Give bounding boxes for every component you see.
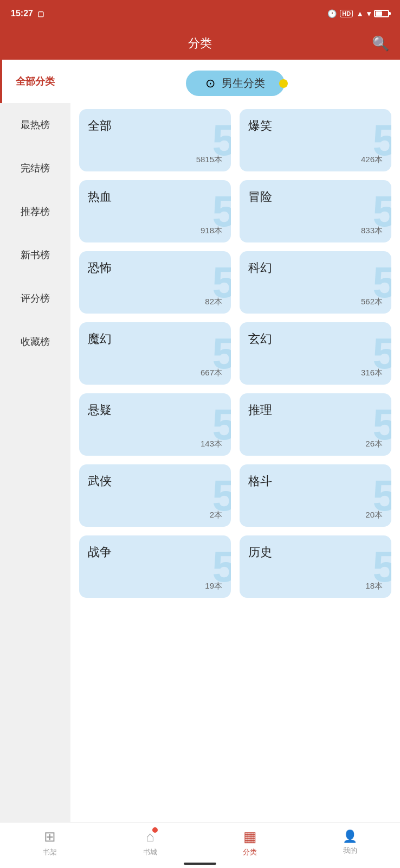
sidebar-item-score[interactable]: 评分榜 — [0, 277, 70, 320]
nav-me[interactable]: 👤 我的 — [300, 829, 401, 856]
wifi-icon: ▾ — [367, 9, 371, 18]
bookshelf-icon: ⊞ — [44, 828, 56, 845]
nav-store[interactable]: ⌂ 书城 — [100, 828, 201, 857]
battery-icon — [374, 10, 389, 17]
category-card-12[interactable]: 战争 19本 5 — [79, 535, 231, 598]
status-time: 15:27 — [11, 9, 33, 18]
category-name: 推理 — [248, 402, 383, 418]
signal-icon: ▲ — [356, 9, 364, 18]
category-card-0[interactable]: 全部 5815本 5 — [79, 109, 231, 171]
nav-category[interactable]: ▦ 分类 — [200, 828, 300, 857]
category-card-10[interactable]: 武侠 2本 5 — [79, 464, 231, 527]
nav-bookshelf[interactable]: ⊞ 书架 — [0, 828, 100, 857]
category-name: 格斗 — [248, 473, 383, 489]
category-count: 426本 — [248, 155, 383, 165]
male-icon: ⊙ — [205, 76, 215, 91]
category-count: 918本 — [88, 226, 222, 236]
category-card-5[interactable]: 科幻 562本 5 — [240, 251, 391, 314]
page-title: 分类 — [188, 35, 212, 52]
header: 分类 🔍 — [0, 27, 400, 60]
category-name: 玄幻 — [248, 331, 383, 347]
category-name: 恐怖 — [88, 260, 222, 276]
category-card-6[interactable]: 魔幻 667本 5 — [79, 322, 231, 385]
sidebar-item-collect[interactable]: 收藏榜 — [0, 320, 70, 363]
gender-dot — [279, 79, 288, 88]
me-icon: 👤 — [343, 829, 357, 844]
screen-icon: ▢ — [37, 10, 44, 18]
category-name: 武侠 — [88, 473, 222, 489]
category-count: 82本 — [88, 297, 222, 307]
sidebar-label-collect: 收藏榜 — [21, 335, 50, 348]
category-count: 19本 — [88, 581, 222, 591]
category-name: 冒险 — [248, 189, 383, 205]
category-count: 18本 — [248, 581, 383, 591]
content-area: ⊙ 男生分类 全部 5815本 5 爆笑 426本 5 热血 918本 5 冒险… — [70, 60, 400, 822]
sidebar-item-recommend[interactable]: 推荐榜 — [0, 190, 70, 233]
category-icon: ▦ — [243, 828, 257, 845]
category-card-7[interactable]: 玄幻 316本 5 — [240, 322, 391, 385]
gender-pill-male[interactable]: ⊙ 男生分类 — [186, 71, 285, 96]
status-bar: 15:27 ▢ 🕐 HD ▲ ▾ — [0, 0, 400, 27]
sidebar-item-new[interactable]: 新书榜 — [0, 233, 70, 277]
category-name: 科幻 — [248, 260, 383, 276]
gender-selector: ⊙ 男生分类 — [79, 71, 391, 96]
category-name: 历史 — [248, 544, 383, 560]
category-count: 667本 — [88, 368, 222, 378]
category-card-2[interactable]: 热血 918本 5 — [79, 180, 231, 242]
search-button[interactable]: 🔍 — [372, 35, 389, 52]
category-count: 20本 — [248, 510, 383, 520]
bottom-nav: ⊞ 书架 ⌂ 书城 ▦ 分类 👤 我的 — [0, 822, 400, 868]
category-card-8[interactable]: 悬疑 143本 5 — [79, 393, 231, 456]
nav-me-label: 我的 — [343, 846, 357, 856]
category-count: 26本 — [248, 439, 383, 449]
nav-bookshelf-label: 书架 — [43, 847, 57, 857]
sidebar-item-hot[interactable]: 最热榜 — [0, 103, 70, 146]
category-grid: 全部 5815本 5 爆笑 426本 5 热血 918本 5 冒险 833本 5… — [79, 109, 391, 598]
sidebar-label-recommend: 推荐榜 — [21, 205, 50, 218]
category-card-1[interactable]: 爆笑 426本 5 — [240, 109, 391, 171]
home-indicator — [184, 863, 216, 865]
store-badge — [152, 827, 158, 833]
category-card-9[interactable]: 推理 26本 5 — [240, 393, 391, 456]
category-count: 5815本 — [88, 155, 222, 165]
category-count: 316本 — [248, 368, 383, 378]
nav-store-label: 书城 — [143, 847, 157, 857]
category-name: 全部 — [88, 118, 222, 134]
category-card-3[interactable]: 冒险 833本 5 — [240, 180, 391, 242]
category-name: 悬疑 — [88, 402, 222, 418]
category-name: 战争 — [88, 544, 222, 560]
nav-category-label: 分类 — [243, 847, 257, 857]
category-card-13[interactable]: 历史 18本 5 — [240, 535, 391, 598]
category-card-11[interactable]: 格斗 20本 5 — [240, 464, 391, 527]
category-name: 爆笑 — [248, 118, 383, 134]
status-left: 15:27 ▢ — [11, 9, 44, 18]
hd-badge: HD — [340, 10, 353, 17]
clock-icon: 🕐 — [327, 9, 337, 18]
main-layout: 全部分类 最热榜 完结榜 推荐榜 新书榜 评分榜 收藏榜 ⊙ 男生分类 — [0, 60, 400, 822]
sidebar-item-all[interactable]: 全部分类 — [0, 60, 70, 103]
category-count: 833本 — [248, 226, 383, 236]
category-count: 562本 — [248, 297, 383, 307]
category-name: 热血 — [88, 189, 222, 205]
sidebar-label-finished: 完结榜 — [21, 162, 50, 175]
sidebar-item-finished[interactable]: 完结榜 — [0, 146, 70, 190]
status-right: 🕐 HD ▲ ▾ — [327, 9, 389, 18]
sidebar-label-new: 新书榜 — [21, 248, 50, 261]
sidebar-label-all: 全部分类 — [16, 75, 55, 88]
sidebar-label-score: 评分榜 — [21, 292, 50, 305]
category-card-4[interactable]: 恐怖 82本 5 — [79, 251, 231, 314]
category-count: 2本 — [88, 510, 222, 520]
gender-label: 男生分类 — [222, 76, 265, 91]
category-name: 魔幻 — [88, 331, 222, 347]
sidebar-label-hot: 最热榜 — [21, 118, 50, 131]
sidebar: 全部分类 最热榜 完结榜 推荐榜 新书榜 评分榜 收藏榜 — [0, 60, 70, 822]
category-count: 143本 — [88, 439, 222, 449]
